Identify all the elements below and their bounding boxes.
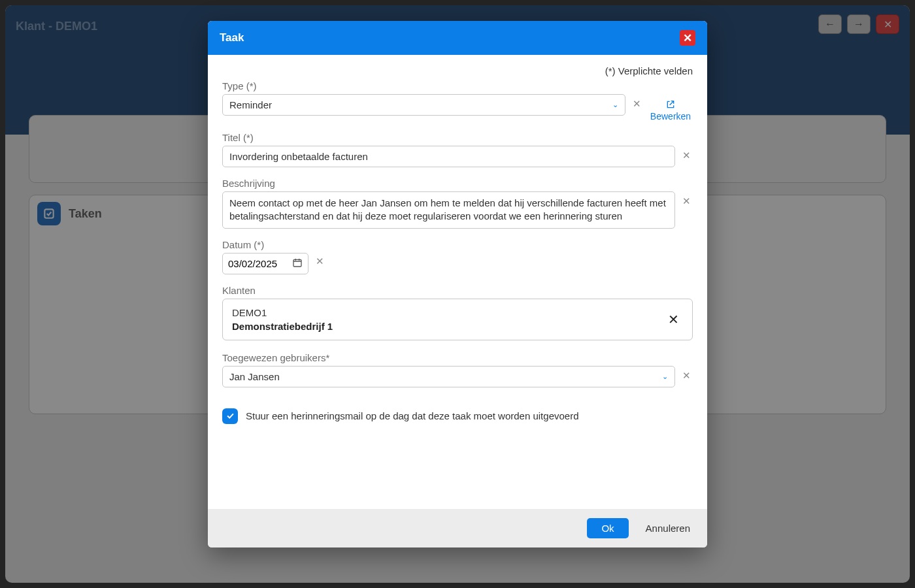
calendar-icon[interactable]: [292, 257, 303, 270]
titel-input[interactable]: [222, 146, 675, 167]
modal-body: (*) Verplichte velden Type (*) Reminder …: [208, 55, 707, 509]
chevron-down-icon: ⌄: [662, 372, 668, 381]
ok-button[interactable]: Ok: [587, 518, 628, 538]
titel-label: Titel (*): [222, 132, 693, 143]
datum-clear-button[interactable]: ✕: [314, 255, 326, 271]
type-edit-button[interactable]: Bewerken: [648, 99, 693, 122]
klanten-box[interactable]: DEMO1 Demonstratiebedrijf 1 ✕: [222, 299, 693, 340]
cancel-button[interactable]: Annuleren: [643, 518, 693, 538]
datum-label: Datum (*): [222, 239, 693, 250]
type-select[interactable]: Reminder ⌄: [222, 94, 625, 116]
klant-name: Demonstratiebedrijf 1: [232, 321, 333, 332]
modal-header: Taak ✕: [208, 21, 707, 55]
beschrijving-textarea[interactable]: [222, 191, 675, 229]
klant-code: DEMO1: [232, 307, 333, 318]
toegewezen-clear-button[interactable]: ✕: [680, 366, 693, 385]
modal-footer: Ok Annuleren: [208, 509, 707, 547]
reminder-checkbox-row: Stuur een herinneringsmail op de dag dat…: [222, 408, 693, 424]
close-icon: ✕: [633, 98, 641, 109]
beschrijving-clear-button[interactable]: ✕: [680, 191, 693, 211]
close-icon: ✕: [316, 255, 324, 267]
toegewezen-select[interactable]: Jan Jansen ⌄: [222, 366, 675, 387]
datum-input-wrap[interactable]: [222, 253, 308, 274]
reminder-checkbox[interactable]: [222, 408, 238, 424]
svg-rect-1: [293, 259, 301, 267]
klanten-label: Klanten: [222, 285, 693, 296]
type-label: Type (*): [222, 80, 693, 91]
beschrijving-label: Beschrijving: [222, 178, 693, 189]
toegewezen-label: Toegewezen gebruikers*: [222, 352, 693, 363]
type-select-value: Reminder: [229, 99, 272, 110]
modal-title: Taak: [220, 31, 244, 44]
close-icon: ✕: [682, 150, 691, 161]
close-icon: ✕: [682, 370, 691, 381]
modal-close-button[interactable]: ✕: [680, 30, 695, 46]
edit-icon: [665, 99, 676, 110]
reminder-checkbox-label: Stuur een herinneringsmail op de dag dat…: [246, 410, 579, 421]
type-clear-button[interactable]: ✕: [631, 94, 643, 114]
required-fields-note: (*) Verplichte velden: [222, 65, 693, 76]
datum-input[interactable]: [228, 258, 288, 269]
close-icon: ✕: [683, 31, 692, 45]
titel-clear-button[interactable]: ✕: [680, 146, 693, 165]
toegewezen-select-value: Jan Jansen: [229, 371, 280, 382]
check-icon: [225, 411, 235, 421]
close-icon: ✕: [668, 312, 679, 327]
close-icon: ✕: [682, 195, 691, 206]
klant-remove-button[interactable]: ✕: [664, 312, 683, 327]
chevron-down-icon: ⌄: [612, 101, 618, 109]
type-edit-label: Bewerken: [650, 111, 691, 122]
task-modal: Taak ✕ (*) Verplichte velden Type (*) Re…: [208, 21, 707, 547]
